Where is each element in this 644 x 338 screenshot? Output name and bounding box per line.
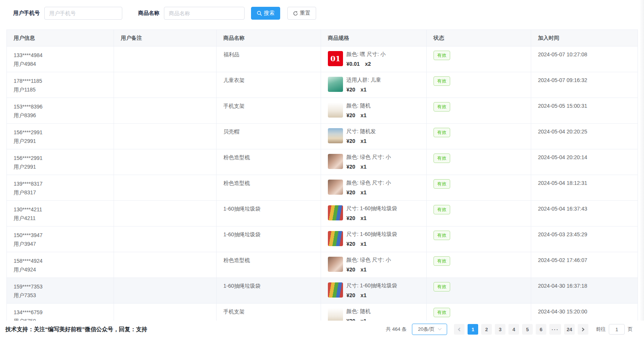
join-time-cell: 2024-04-30 16:37:18 [531, 278, 638, 304]
table-row: 139****8317 用户8317 粉色造型梳 颜色: 绿色 尺寸: 小 ¥2… [7, 175, 638, 201]
quantity: x1 [360, 267, 366, 273]
status-badge: 有效 [433, 128, 450, 137]
price: ¥20 [346, 292, 355, 298]
product-spec-cell: 颜色: 绿色 尺寸: 小 ¥20x1 [321, 175, 427, 201]
phone-label: 用户手机号 [13, 10, 40, 17]
status-badge: 有效 [433, 51, 450, 60]
col-header-user-remark: 用户备注 [114, 30, 217, 47]
product-name-cell: 手机支架 [217, 98, 321, 124]
table-row: 133****4984 用户4984 福利品 01 颜色: 嘿 尺寸: 小 ¥0… [7, 47, 638, 72]
page-number-button[interactable]: 24 [564, 324, 575, 335]
page-number-button[interactable]: 4 [508, 324, 519, 335]
page-size-select[interactable]: 20条/页 [412, 324, 447, 335]
join-time-cell: 2024-05-03 23:45:29 [531, 226, 638, 252]
join-time-cell: 2024-05-07 10:27:08 [531, 47, 638, 72]
user-phone: 156****2991 [14, 129, 108, 136]
status-cell: 有效 [427, 175, 531, 201]
user-phone: 178****1185 [14, 77, 108, 85]
product-thumbnail [328, 231, 343, 246]
user-remark-cell [114, 149, 217, 175]
product-thumbnail-label: 01 [331, 54, 340, 63]
price: ¥0.01 [346, 61, 360, 67]
table-row: 156****2991 用户2991 粉色造型梳 颜色: 绿色 尺寸: 小 ¥2… [7, 149, 638, 175]
product-name-cell: 儿童衣架 [217, 72, 321, 98]
table-row: 153****8396 用户8396 手机支架 颜色: 随机 ¥20x1 有效 … [7, 98, 638, 124]
price: ¥20 [346, 87, 355, 93]
user-remark-cell [114, 124, 217, 149]
status-badge: 有效 [433, 308, 450, 317]
page-number-button[interactable]: 2 [481, 324, 492, 335]
reset-button[interactable]: 重置 [287, 7, 316, 20]
user-info-cell: 156****2991 用户2991 [7, 124, 114, 149]
quantity: x1 [360, 138, 366, 144]
user-remark-cell [114, 72, 217, 98]
product-name-input[interactable] [164, 7, 245, 20]
user-phone: 153****8396 [14, 103, 108, 110]
user-remark-cell [114, 278, 217, 304]
page-number-button[interactable]: 6 [536, 324, 546, 335]
chevron-right-icon [581, 327, 585, 331]
status-badge: 有效 [433, 282, 450, 291]
status-badge: 有效 [433, 153, 450, 163]
col-header-join-time: 加入时间 [531, 30, 638, 47]
status-cell: 有效 [427, 278, 531, 304]
spec-text: 颜色: 随机 [346, 102, 371, 109]
user-name: 用户1185 [14, 86, 108, 93]
product-name-cell: 1-60抽绳垃圾袋 [217, 278, 321, 304]
table-row: 159****7353 用户7353 1-60抽绳垃圾袋 尺寸: 1-60抽绳垃… [7, 278, 638, 304]
quantity: x1 [360, 87, 366, 93]
user-name: 用户8317 [14, 189, 108, 196]
right-edge-shadow [639, 0, 644, 338]
user-phone: 133****4984 [14, 51, 108, 59]
phone-input[interactable] [44, 7, 122, 20]
reset-button-label: 重置 [300, 10, 310, 17]
user-info-cell: 133****4984 用户4984 [7, 47, 114, 72]
search-button[interactable]: 搜索 [251, 7, 280, 20]
page-number-button[interactable]: ··· [549, 324, 561, 335]
spec-text: 尺寸: 1-60抽绳垃圾袋 [346, 205, 397, 211]
user-remark-cell [114, 98, 217, 124]
page-number-button[interactable]: 5 [522, 324, 533, 335]
status-cell: 有效 [427, 98, 531, 124]
col-header-user-info: 用户信息 [7, 30, 114, 47]
product-name-cell: 1-60抽绳垃圾袋 [217, 226, 321, 252]
status-badge: 有效 [433, 102, 450, 112]
orders-table-body: 133****4984 用户4984 福利品 01 颜色: 嘿 尺寸: 小 ¥0… [7, 47, 638, 329]
price: ¥20 [346, 215, 355, 221]
product-spec-cell: 颜色: 绿色 尺寸: 小 ¥20x1 [321, 252, 427, 278]
price: ¥20 [346, 267, 355, 273]
page-number-button[interactable]: 1 [468, 324, 478, 335]
status-badge: 有效 [433, 76, 450, 86]
product-spec-cell: 颜色: 绿色 尺寸: 小 ¥20x1 [321, 149, 427, 175]
join-time-cell: 2024-05-07 09:16:32 [531, 72, 638, 98]
product-spec-cell: 尺寸: 1-60抽绳垃圾袋 ¥20x1 [321, 226, 427, 252]
search-icon [257, 11, 262, 16]
page-number-button[interactable]: 3 [495, 324, 505, 335]
next-page-button[interactable] [578, 324, 588, 335]
goto-page-input[interactable] [609, 324, 625, 335]
user-phone: 130****4211 [14, 206, 108, 213]
user-phone: 159****7353 [14, 283, 108, 290]
product-thumbnail [328, 77, 343, 92]
spec-text: 颜色: 随机 [346, 308, 371, 314]
user-remark-cell [114, 175, 217, 201]
status-cell: 有效 [427, 47, 531, 72]
search-bar: 用户手机号 商品名称 搜索 重置 [13, 7, 644, 20]
user-info-cell: 156****2991 用户2991 [7, 149, 114, 175]
product-spec-cell: 01 颜色: 嘿 尺寸: 小 ¥0.01x2 [321, 47, 427, 72]
quantity: x1 [360, 164, 366, 170]
join-time-cell: 2024-05-04 20:20:25 [531, 124, 638, 149]
product-name-cell: 1-60抽绳垃圾袋 [217, 201, 321, 226]
price: ¥20 [346, 112, 355, 118]
spec-text: 颜色: 嘿 尺寸: 小 [346, 51, 385, 57]
table-row: 158****4924 用户4924 粉色造型梳 颜色: 绿色 尺寸: 小 ¥2… [7, 252, 638, 278]
user-name: 用户2991 [14, 137, 108, 145]
prev-page-button[interactable] [454, 324, 465, 335]
table-header-row: 用户信息 用户备注 商品名称 商品规格 状态 加入时间 [7, 30, 638, 47]
user-info-cell: 178****1185 用户1185 [7, 72, 114, 98]
quantity: x1 [360, 292, 366, 298]
spec-text: 颜色: 绿色 尺寸: 小 [346, 257, 391, 263]
pagination: 共 464 条 20条/页 1 2 3 4 5 6 ··· 24 前往 页 [386, 324, 633, 335]
price: ¥20 [346, 164, 355, 170]
goto-suffix: 页 [628, 326, 633, 333]
